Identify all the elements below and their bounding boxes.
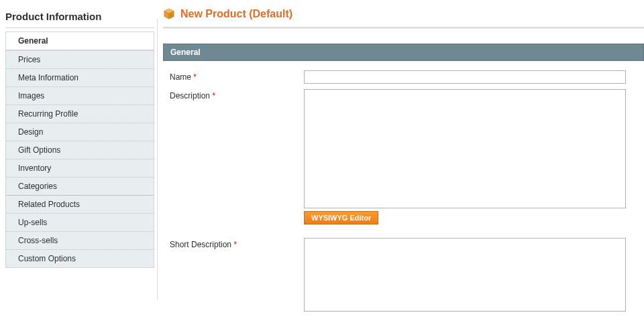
tab-up-sells[interactable]: Up-sells (6, 213, 154, 231)
tab-custom-options[interactable]: Custom Options (6, 249, 154, 267)
form-row-description: Description * WYSIWYG Editor (170, 89, 644, 232)
form-row-short-description: Short Description * (170, 238, 644, 312)
form-general: Name * Description * WYSIWYG Editor Shor… (163, 61, 644, 312)
section-header-general: General (163, 44, 644, 61)
tab-general[interactable]: General (6, 31, 154, 50)
tab-design[interactable]: Design (6, 123, 154, 141)
tab-gift-options[interactable]: Gift Options (6, 141, 154, 159)
tab-meta-information[interactable]: Meta Information (6, 68, 154, 86)
product-cube-icon (163, 8, 175, 20)
sidebar: Product Information General Prices Meta … (0, 0, 154, 335)
required-mark: * (193, 72, 197, 82)
required-mark: * (212, 91, 215, 100)
tab-cross-sells[interactable]: Cross-sells (6, 231, 154, 249)
tab-categories[interactable]: Categories (6, 177, 154, 195)
required-mark: * (233, 240, 237, 249)
tab-recurring-profile[interactable]: Recurring Profile (6, 105, 154, 123)
page-title-row: New Product (Default) (163, 8, 644, 27)
short-description-textarea[interactable] (304, 238, 626, 312)
sidebar-title: Product Information (5, 8, 154, 28)
vertical-divider (157, 19, 158, 300)
form-row-name: Name * (170, 70, 644, 84)
tab-images[interactable]: Images (6, 86, 154, 105)
label-description: Description * (170, 89, 304, 100)
tab-prices[interactable]: Prices (6, 50, 154, 68)
tab-related-products[interactable]: Related Products (6, 195, 154, 213)
page-title: New Product (Default) (180, 8, 292, 20)
sidebar-tab-list: General Prices Meta Information Images R… (5, 31, 154, 268)
label-short-description: Short Description * (170, 238, 304, 249)
title-underline (163, 27, 644, 29)
name-input[interactable] (304, 70, 626, 84)
wysiwyg-editor-button[interactable]: WYSIWYG Editor (304, 211, 378, 224)
tab-inventory[interactable]: Inventory (6, 159, 154, 177)
label-name: Name * (170, 70, 304, 82)
description-textarea[interactable] (304, 89, 626, 208)
main-content: New Product (Default) General Name * Des… (163, 0, 644, 335)
